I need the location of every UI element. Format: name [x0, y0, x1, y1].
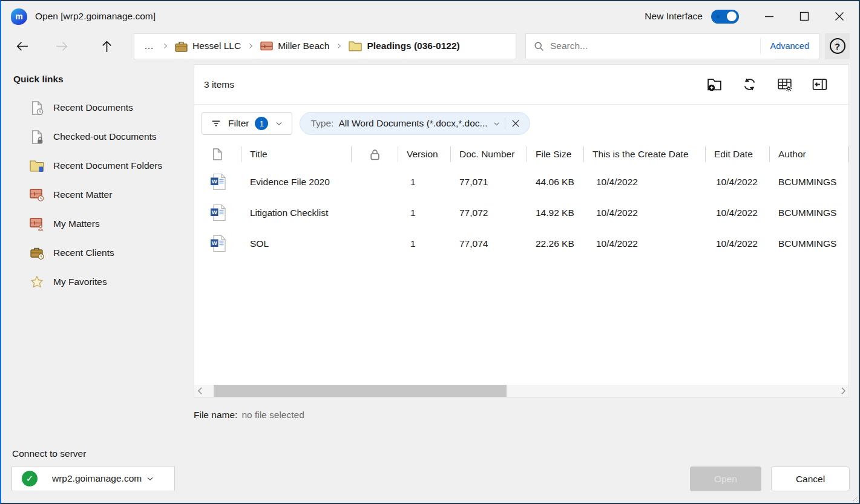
cell-checkout-status: [352, 228, 398, 259]
sidebar-item-recent-matter[interactable]: Recent Matter: [13, 180, 194, 209]
new-folder-button[interactable]: [706, 76, 723, 93]
folder-icon: [349, 41, 362, 51]
column-doc-type[interactable]: [194, 146, 241, 162]
chevron-right-icon: [335, 42, 343, 50]
column-create-date[interactable]: This is the Create Date: [584, 146, 706, 162]
sidebar-item-label: Recent Document Folders: [53, 160, 162, 171]
toggle-dot-icon: [717, 15, 720, 18]
sidebar-item-recent-document-folders[interactable]: Recent Document Folders: [13, 151, 194, 180]
sidebar-item-my-matters[interactable]: My Matters: [13, 209, 194, 238]
column-edit-date[interactable]: Edit Date: [706, 146, 770, 162]
search-box: Advanced: [525, 33, 819, 59]
column-file-size[interactable]: File Size: [527, 146, 584, 162]
minimize-icon: [764, 11, 774, 21]
table-header: Title Version Doc. Number File Size This…: [194, 142, 849, 166]
table-row[interactable]: W Evidence File 2020 1 77,071 44.06 KB 1…: [194, 166, 849, 197]
cell-author: BCUMMINGS: [770, 197, 849, 228]
navigation-bar: … Hessel LLC Miller Beach: [1, 31, 859, 64]
filter-count-badge: 1: [255, 117, 268, 130]
file-name-value: no file selected: [241, 410, 304, 421]
svg-text:W: W: [212, 240, 217, 246]
chevron-down-icon: [274, 119, 284, 128]
breadcrumb-item-matter[interactable]: Miller Beach: [260, 41, 329, 51]
file-name-row: File name: no file selected: [194, 410, 849, 421]
sidebar-item-checked-out-documents[interactable]: Checked-out Documents: [13, 122, 194, 151]
chevron-right-icon: [246, 42, 255, 50]
column-checkout-status[interactable]: [352, 146, 398, 162]
column-version[interactable]: Version: [398, 146, 451, 162]
breadcrumb-item-folder[interactable]: Pleadings (036-0122): [349, 41, 459, 51]
minimize-button[interactable]: [753, 4, 785, 28]
cell-version: 1: [398, 228, 451, 259]
scroll-left-button[interactable]: [194, 385, 205, 397]
toggle-preview-pane-button[interactable]: [812, 76, 828, 93]
column-author[interactable]: Author: [770, 146, 849, 162]
checked-out-document-icon: [29, 130, 45, 144]
search-input[interactable]: [550, 41, 760, 51]
cell-checkout-status: [352, 197, 398, 228]
breadcrumb-item-client[interactable]: Hessel LLC: [175, 41, 241, 52]
forward-button[interactable]: [50, 34, 73, 57]
word-document-icon: W: [194, 166, 241, 197]
cell-checkout-status: [352, 166, 398, 197]
window-title: Open [wrp2.goimanage.com]: [35, 11, 156, 22]
cell-author: BCUMMINGS: [770, 166, 849, 197]
column-settings-button[interactable]: [776, 76, 793, 93]
lock-icon: [370, 149, 380, 160]
back-button[interactable]: [10, 34, 33, 57]
grid-settings-icon: [776, 76, 793, 93]
list-toolbar: [706, 76, 828, 93]
maximize-button[interactable]: [789, 4, 820, 28]
up-arrow-icon: [99, 39, 114, 54]
column-title[interactable]: Title: [241, 146, 352, 162]
filter-button[interactable]: Filter 1: [202, 112, 292, 135]
breadcrumb-label: Miller Beach: [278, 41, 329, 51]
breadcrumb: … Hessel LLC Miller Beach: [134, 33, 516, 59]
new-folder-icon: [706, 76, 723, 93]
sidebar-item-recent-documents[interactable]: Recent Documents: [13, 93, 194, 122]
sidebar-item-recent-clients[interactable]: Recent Clients: [13, 238, 194, 267]
type-filter-chip[interactable]: Type: All Word Documents (*.docx,*.doc..…: [300, 112, 530, 135]
open-button[interactable]: Open: [690, 466, 761, 491]
sidebar-item-my-favorites[interactable]: My Favorites: [13, 267, 194, 296]
cell-version: 1: [398, 166, 451, 197]
advanced-search-link[interactable]: Advanced: [760, 38, 819, 54]
search-icon: [533, 41, 545, 52]
scroll-right-button[interactable]: [838, 385, 849, 397]
table-row[interactable]: W Litigation Checklist 1 77,072 14.92 KB…: [194, 197, 849, 228]
scrollbar-thumb[interactable]: [214, 385, 507, 397]
sidebar-item-label: My Matters: [53, 218, 100, 229]
scrollbar-track[interactable]: [205, 385, 838, 397]
filter-bar: Filter 1 Type: All Word Documents (*.doc…: [194, 105, 849, 142]
cancel-button[interactable]: Cancel: [771, 466, 850, 491]
refresh-button[interactable]: [741, 76, 758, 93]
dialog-footer: Connect to server ✓ wrp2.goimanage.com O…: [1, 444, 859, 503]
up-button[interactable]: [95, 34, 118, 57]
svg-text:W: W: [212, 209, 217, 215]
word-document-icon: W: [194, 228, 241, 259]
collapse-panel-icon: [812, 76, 828, 93]
quick-links-title: Quick links: [13, 74, 194, 85]
chevron-down-icon[interactable]: [492, 119, 501, 128]
remove-filter-button[interactable]: [507, 114, 525, 133]
chevron-right-icon: [161, 42, 169, 50]
new-interface-label: New Interface: [645, 11, 703, 22]
new-interface-toggle[interactable]: [711, 10, 739, 24]
server-select[interactable]: ✓ wrp2.goimanage.com: [11, 466, 175, 491]
document-icon: [212, 148, 223, 160]
svg-text:W: W: [212, 178, 217, 185]
open-dialog-window: m Open [wrp2.goimanage.com] New Interfac…: [0, 0, 860, 504]
table-row[interactable]: W SOL 1 77,074 22.26 KB 10/4/2022 10/4/2…: [194, 228, 849, 259]
column-doc-number[interactable]: Doc. Number: [451, 146, 527, 162]
close-icon: [511, 119, 520, 128]
cell-version: 1: [398, 197, 451, 228]
cell-edit-date: 10/4/2022: [706, 197, 770, 228]
toggle-knob: [727, 11, 737, 21]
horizontal-scrollbar[interactable]: [194, 385, 849, 397]
cell-doc-number: 77,072: [451, 197, 527, 228]
breadcrumb-overflow-button[interactable]: …: [143, 41, 156, 51]
close-button[interactable]: [824, 4, 855, 28]
help-icon: ?: [830, 38, 845, 54]
help-button[interactable]: ?: [825, 33, 850, 59]
chip-prefix: Type:: [310, 118, 333, 129]
